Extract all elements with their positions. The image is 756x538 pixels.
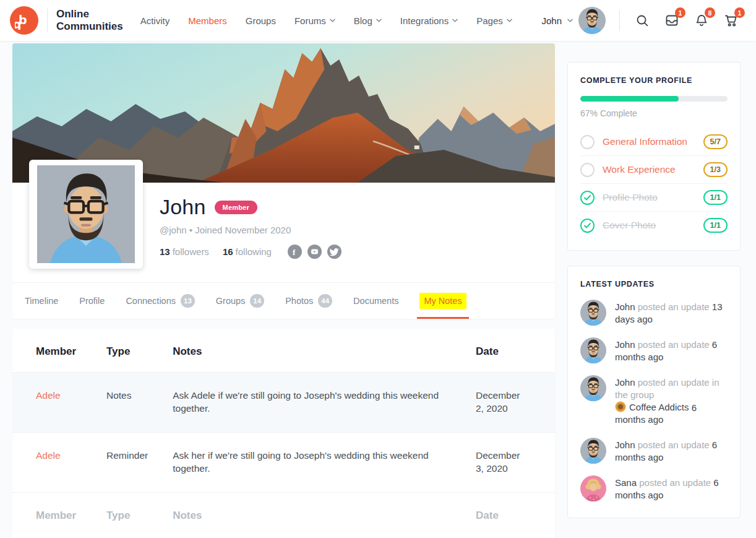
profile-name: John [160,195,206,219]
nav-item-pages[interactable]: Pages [476,15,512,26]
update-item[interactable]: John posted an update in the group Coffe… [580,375,728,426]
updates-list: John posted an update 13 days ago John p… [580,300,728,501]
profile-tabs: Timeline Profile Connections13 Groups14 … [12,283,555,319]
profile-checklist: General Information 5/7 Work Experience … [580,128,728,239]
site-title: Online Communities [56,8,123,32]
update-action: posted an update [638,302,710,312]
member-avatar [580,475,606,501]
twitter-link[interactable] [327,245,341,259]
nav-item-label: Pages [476,15,503,26]
user-menu-name: John [541,15,562,26]
search-icon [635,13,650,28]
followers-count: 13 [160,246,170,257]
messages-button[interactable]: 1 [663,12,681,29]
progress-label: 67% Complete [580,108,728,118]
nav-item-label: Members [188,15,227,26]
update-action: posted an update [638,339,710,350]
member-avatar [580,438,606,464]
member-type-badge: Member [215,201,257,214]
checklist-link[interactable]: General Information [603,136,703,147]
circle-icon [580,135,595,149]
followers-stat[interactable]: 13followers [160,246,209,257]
topbar-right: John 1 8 1 [541,7,740,34]
member-link[interactable]: Adele [36,450,61,461]
tab-photos[interactable]: Photos44 [285,283,332,319]
tab-documents[interactable]: Documents [353,283,398,319]
nav-item-members[interactable]: Members [188,15,227,26]
nav-item-activity[interactable]: Activity [140,15,170,26]
search-button[interactable] [634,12,651,29]
social-links: f [288,245,341,259]
member-link[interactable]: Adele [36,390,61,401]
notes-table-card: Member Type Notes Date Adele Notes Ask A… [12,329,555,538]
nav-item-label: Integrations [400,15,449,26]
notifications-button[interactable]: 8 [693,12,710,29]
tab-label: My Notes [419,293,466,309]
checklist-item-work-experience[interactable]: Work Experience 1/3 [580,155,728,183]
circle-icon [580,163,595,177]
checklist-link[interactable]: Cover Photo [603,220,703,231]
tab-timeline[interactable]: Timeline [25,283,58,319]
page-body: John Member @john • Joined November 2020… [0,41,756,538]
nav-item-blog[interactable]: Blog [354,15,382,26]
member-avatar [580,300,606,326]
profile-progress-bar [580,96,728,102]
profile-meta: @john • Joined November 2020 [160,225,555,235]
tab-label: Photos [285,296,313,306]
nav-item-groups[interactable]: Groups [246,15,276,26]
notes-table: Member Type Notes Date Adele Notes Ask A… [12,329,555,538]
nav-item-forums[interactable]: Forums [294,15,335,26]
tab-groups[interactable]: Groups14 [216,283,264,319]
following-stat[interactable]: 16following [223,246,272,257]
checklist-item-general-information[interactable]: General Information 5/7 [580,128,728,155]
checklist-link[interactable]: Work Experience [603,164,703,175]
site-title-line2: Communities [56,20,123,33]
twitter-icon [327,245,341,259]
brand[interactable]: b b Online Communities [10,6,123,35]
profile-photo[interactable] [29,160,143,269]
youtube-icon [307,245,322,259]
chevron-down-icon [507,19,512,23]
update-item[interactable]: John posted an update 13 days ago [580,300,728,326]
col-footer-member: Member [12,492,94,538]
note-type: Notes [94,373,160,433]
cart-button[interactable]: 1 [723,12,740,29]
brand-divider [47,9,48,32]
update-action: posted an update [638,440,710,450]
tab-my-notes[interactable]: My Notes [419,283,466,319]
facebook-icon: f [288,245,302,259]
update-item[interactable]: Sana posted an update 6 months ago [580,475,728,501]
tab-label: Documents [353,296,398,306]
checklist-item-cover-photo[interactable]: Cover Photo 1/1 [580,211,728,239]
nav-item-integrations[interactable]: Integrations [400,15,458,26]
chevron-down-icon [376,19,382,23]
tab-profile[interactable]: Profile [79,283,105,319]
progress-pill: 1/1 [703,190,728,205]
profile-body: John Member @john • Joined November 2020… [12,183,555,283]
topbar-divider [619,10,620,31]
progress-pill: 1/1 [703,218,728,233]
tab-connections[interactable]: Connections13 [126,283,194,319]
youtube-link[interactable] [307,245,322,259]
site-title-line1: Online [56,8,123,20]
user-menu[interactable]: John [541,7,606,34]
facebook-link[interactable]: f [288,245,302,259]
chevron-down-icon [567,19,573,23]
col-footer-date: Date [463,492,555,538]
tab-count-badge: 44 [318,294,332,308]
update-author: John [615,302,635,312]
group-chip[interactable]: Coffee Addicts [615,401,689,414]
checklist-link[interactable]: Profile Photo [603,192,703,203]
nav-item-label: Groups [246,15,276,26]
profile-header-card: John Member @john • Joined November 2020… [12,43,555,283]
table-row: Adele Notes Ask Adele if we're still goi… [12,373,555,433]
col-footer-type: Type [94,492,160,538]
update-item[interactable]: John posted an update 6 months ago [580,337,728,363]
user-avatar [578,7,606,34]
check-circle-icon [580,219,595,233]
checklist-item-profile-photo[interactable]: Profile Photo 1/1 [580,183,728,211]
update-item[interactable]: John posted an update 6 months ago [580,438,728,464]
nav-item-label: Forums [294,15,326,26]
col-header-date: Date [463,329,555,373]
main-nav: Activity Members Groups Forums Blog Inte… [140,15,542,26]
